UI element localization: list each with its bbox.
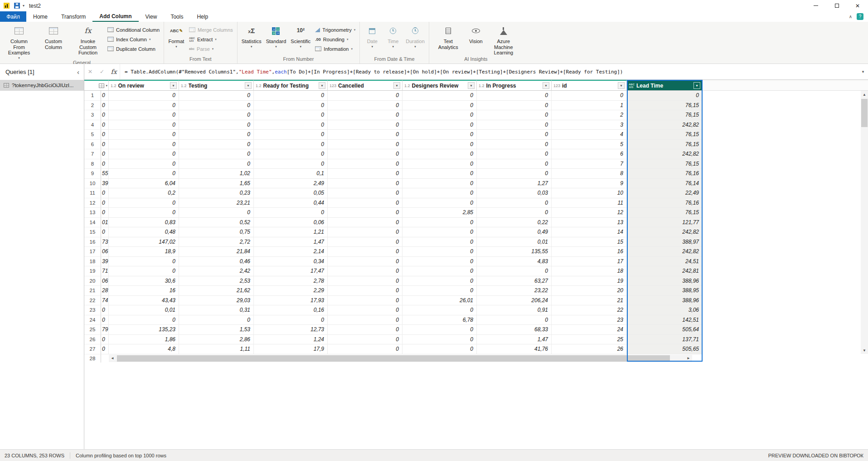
cell[interactable]: 0 xyxy=(402,257,477,267)
cell[interactable]: 0 xyxy=(254,130,328,140)
row-number[interactable]: 10 xyxy=(84,179,101,189)
cell[interactable]: 0 xyxy=(402,218,477,228)
cell[interactable]: 0 xyxy=(477,169,552,179)
trigonometry-button[interactable]: Trigonometry ▾ xyxy=(313,25,358,34)
cell[interactable]: 6,04 xyxy=(109,179,179,189)
clipped-cell[interactable]: 0 xyxy=(101,305,109,315)
cell[interactable]: 0 xyxy=(179,110,254,120)
cell[interactable]: 0 xyxy=(179,101,254,111)
clipped-cell[interactable]: 0 xyxy=(101,91,109,101)
column-from-examples-button[interactable]: Column From Examples ▾ xyxy=(2,23,36,60)
cell[interactable]: 0 xyxy=(402,325,477,335)
cell[interactable]: 76,16 xyxy=(627,198,703,208)
cell[interactable]: 0 xyxy=(402,179,477,189)
cell[interactable]: 0 xyxy=(109,315,179,325)
cell[interactable]: 23 xyxy=(552,315,627,325)
clipped-cell[interactable]: 01 xyxy=(101,218,109,228)
cell[interactable]: 0 xyxy=(328,140,402,150)
clipped-cell[interactable]: 55 xyxy=(101,169,109,179)
filter-button[interactable]: ▾ xyxy=(468,82,475,89)
cell[interactable]: 0 xyxy=(328,91,402,101)
column-type-icon[interactable]: 1.2 xyxy=(256,83,262,88)
invoke-custom-function-button[interactable]: fx Invoke Custom Function xyxy=(71,23,105,56)
cell[interactable]: 0 xyxy=(109,120,179,130)
row-number[interactable]: 4 xyxy=(84,120,101,130)
cell[interactable]: 1 xyxy=(552,101,627,111)
scientific-button[interactable]: 10² Scientific ▾ xyxy=(288,23,313,49)
cell[interactable]: 0,46 xyxy=(179,257,254,267)
column-type-icon[interactable]: 1.2 xyxy=(111,83,116,88)
cell[interactable]: 17 xyxy=(552,257,627,267)
cell[interactable]: 19 xyxy=(552,276,627,286)
cell[interactable]: 0 xyxy=(477,208,552,218)
query-list-item[interactable]: ?token=eyJhbGciOiJIUzI... xyxy=(0,80,84,91)
conditional-column-button[interactable]: Conditional Column xyxy=(105,25,162,34)
cell[interactable]: 15 xyxy=(552,237,627,247)
row-number[interactable]: 18 xyxy=(84,257,101,267)
clipped-cell[interactable]: 0 xyxy=(101,188,109,198)
cell[interactable]: 0 xyxy=(109,266,179,276)
row-number[interactable]: 25 xyxy=(84,325,101,335)
cell[interactable]: 1,21 xyxy=(254,227,328,237)
filter-button[interactable]: ▾ xyxy=(245,82,252,89)
cell[interactable]: 388,96 xyxy=(627,276,703,286)
cell[interactable]: 0 xyxy=(254,149,328,159)
row-number[interactable]: 7 xyxy=(84,149,101,159)
cell[interactable]: 4 xyxy=(552,130,627,140)
cell[interactable]: 0,49 xyxy=(477,227,552,237)
row-number[interactable]: 5 xyxy=(84,130,101,140)
clipped-cell[interactable]: 0 xyxy=(101,120,109,130)
extract-button[interactable]: ABC123 Extract ▾ xyxy=(187,34,235,44)
cell[interactable]: 1,53 xyxy=(179,325,254,335)
chevron-down-icon[interactable]: ▾ xyxy=(23,4,24,8)
cell[interactable]: 0 xyxy=(328,130,402,140)
cell[interactable]: 0,06 xyxy=(254,218,328,228)
cell[interactable]: 0 xyxy=(109,91,179,101)
clipped-cell[interactable]: 0 xyxy=(101,335,109,345)
row-number[interactable]: 12 xyxy=(84,198,101,208)
cell[interactable]: 0,31 xyxy=(179,305,254,315)
cell[interactable]: 0 xyxy=(477,315,552,325)
cell[interactable]: 0 xyxy=(402,149,477,159)
cell[interactable]: 17,47 xyxy=(254,266,328,276)
cell[interactable]: 76,15 xyxy=(627,208,703,218)
cell[interactable]: 0 xyxy=(402,101,477,111)
cell[interactable]: 505,64 xyxy=(627,325,703,335)
cell[interactable]: 0 xyxy=(328,335,402,345)
cell[interactable]: 0 xyxy=(328,169,402,179)
cell[interactable]: 121,77 xyxy=(627,218,703,228)
row-number[interactable]: 16 xyxy=(84,237,101,247)
row-number[interactable]: 11 xyxy=(84,188,101,198)
clipped-cell[interactable]: 06 xyxy=(101,247,109,257)
cell[interactable]: 2,49 xyxy=(254,179,328,189)
cell[interactable]: 0 xyxy=(402,159,477,169)
clipped-cell[interactable]: 79 xyxy=(101,325,109,335)
cell[interactable]: 0 xyxy=(477,198,552,208)
filter-button[interactable]: ▾ xyxy=(618,82,625,89)
cell[interactable]: 0 xyxy=(402,227,477,237)
cell[interactable]: 0 xyxy=(254,110,328,120)
cell[interactable]: 1,47 xyxy=(254,237,328,247)
cell[interactable]: 242,82 xyxy=(627,149,703,159)
cell[interactable]: 0 xyxy=(254,101,328,111)
tab-tools[interactable]: Tools xyxy=(164,11,190,22)
cell[interactable]: 0 xyxy=(328,286,402,296)
cell[interactable]: 0 xyxy=(402,188,477,198)
scroll-right-icon[interactable]: ► xyxy=(685,356,692,360)
row-number[interactable]: 15 xyxy=(84,227,101,237)
filter-button[interactable]: ▾ xyxy=(393,82,400,89)
cell[interactable]: 2 xyxy=(552,110,627,120)
cell[interactable]: 0,23 xyxy=(179,188,254,198)
cell[interactable]: 147,02 xyxy=(109,237,179,247)
cell[interactable]: 0,1 xyxy=(254,169,328,179)
cell[interactable]: 0,01 xyxy=(477,237,552,247)
cell[interactable]: 10 xyxy=(552,188,627,198)
cell[interactable]: 0 xyxy=(109,140,179,150)
cell[interactable]: 1,02 xyxy=(179,169,254,179)
clipped-cell[interactable]: 0 xyxy=(101,140,109,150)
cell[interactable]: 1,47 xyxy=(477,335,552,345)
cell[interactable]: 0 xyxy=(477,149,552,159)
cell[interactable]: 0 xyxy=(109,257,179,267)
cell[interactable]: 26,01 xyxy=(402,296,477,306)
cell[interactable]: 8 xyxy=(552,169,627,179)
